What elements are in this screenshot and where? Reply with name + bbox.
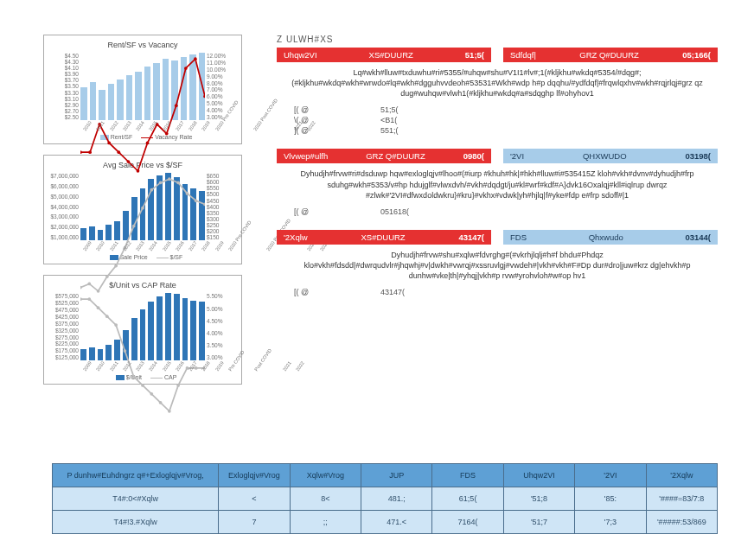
- table-cell: '85:: [575, 487, 646, 511]
- writeup-section: '2XqlwXS#DUURZ43147(FDSQhxwudo03144(Dyhu…: [277, 230, 718, 296]
- metric-pill: Uhqw2VIXS#DUURZ51;5(: [277, 48, 491, 62]
- table-header-cell: '2Xqlw: [646, 464, 717, 487]
- metric-pill: Vlvwep#ulfhGRZ Q#DUURZ0980(: [277, 149, 491, 163]
- key-value-row: ]( @551;(: [294, 126, 718, 135]
- chart2-xaxis: 2009201020112012201320142015201620172018…: [80, 240, 205, 252]
- writeup-paragraph: Dyhudjh#frvw#ri#dsduwp hqw#exloglqjv#lho…: [282, 169, 712, 200]
- svg-point-40: [176, 384, 180, 387]
- svg-point-4: [117, 150, 120, 154]
- svg-point-31: [97, 307, 100, 310]
- pill-row: '2XqlwXS#DUURZ43147(FDSQhxwudo03144(: [277, 230, 718, 245]
- svg-point-24: [168, 177, 171, 181]
- chart1-plot: $4.50$4.30$4.10$3.90$3.70$3.50$3.30$3.10…: [49, 53, 236, 132]
- chart3-yaxis-right: 5.50%5.00%4.50%4.00%3.50%3.00%: [207, 293, 236, 360]
- writeup-heading: Z ULWH#XS: [277, 35, 718, 44]
- kv-value: 551;(: [380, 126, 399, 135]
- kv-key: [( @: [294, 105, 329, 114]
- table-cell: ;;: [290, 511, 361, 534]
- pill-label: Vlvwep#ulfh: [284, 151, 357, 161]
- svg-point-13: [203, 95, 205, 99]
- writeup-panel: Z ULWH#XS Uhqw2VIXS#DUURZ51;5(Sdfdqf|GRZ…: [277, 35, 718, 310]
- kv-key: [( @: [294, 288, 329, 296]
- svg-point-35: [132, 375, 136, 379]
- pill-direction: GRZ Q#DUURZ: [366, 151, 455, 161]
- table-cell: 481.;: [361, 487, 432, 511]
- kv-key: \( @: [294, 116, 329, 124]
- svg-point-36: [141, 384, 144, 387]
- metric-pill: Sdfdqf|GRZ Q#DUURZ05;166(: [503, 48, 718, 62]
- pill-value: 43147(: [458, 232, 484, 242]
- charts-column: Rent/SF vs Vacancy $4.50$4.30$4.10$3.90$…: [43, 35, 242, 395]
- table-header-cell: JUP: [361, 464, 432, 487]
- svg-point-7: [146, 142, 150, 145]
- svg-point-20: [132, 225, 136, 228]
- pill-value: 51;5(: [465, 50, 484, 60]
- table-cell: '7;3: [575, 511, 646, 534]
- svg-point-0: [80, 150, 82, 154]
- svg-point-30: [87, 298, 91, 302]
- table-header-cell: P dunhw#Euhdngrz q#+Exloglqjv#Vrog,: [53, 464, 219, 487]
- table-header-cell: FDS: [432, 464, 503, 487]
- writeup-section: Vlvwep#ulfhGRZ Q#DUURZ0980('2VIQHXWUDO03…: [277, 149, 718, 215]
- pill-label: Sdfdqf|: [510, 50, 571, 60]
- table-header-cell: '2VI: [575, 464, 646, 487]
- chart3-xaxis: 2009201020112012201320142015201620172018…: [80, 360, 205, 372]
- chart3-yaxis-left: $575,000$525,000$475,000$425,000$375,000…: [49, 293, 79, 360]
- table-cell: 471.<: [361, 511, 432, 534]
- pill-label: FDS: [510, 232, 580, 242]
- svg-point-17: [105, 275, 109, 278]
- table-cell: <: [219, 487, 290, 511]
- pill-row: Vlvwep#ulfhGRZ Q#DUURZ0980('2VIQHXWUDO03…: [277, 149, 718, 163]
- chart1-yaxis-left: $4.50$4.30$4.10$3.90$3.70$3.50$3.30$3.10…: [49, 53, 79, 120]
- svg-point-22: [150, 188, 153, 192]
- table-cell: '51;8: [503, 487, 574, 511]
- chart3-line: [80, 293, 205, 417]
- pill-direction: Qhxwudo: [589, 232, 677, 242]
- svg-point-25: [176, 181, 180, 185]
- pill-direction: QHXWUDO: [583, 151, 677, 161]
- chart2-line: [80, 173, 205, 297]
- table-header-cell: Exloglqjv#Vrog: [219, 464, 290, 487]
- svg-point-5: [127, 160, 131, 163]
- pill-label: Uhqw2VI: [284, 50, 361, 60]
- table-cell: '#####:53/869: [646, 511, 717, 534]
- chart1-line: [80, 53, 205, 177]
- writeup-paragraph: Dyhudjh#frvw#shu#xqlw#fdvrghg#(#vkrhjlql…: [282, 250, 712, 281]
- table-cell: T4#:0<#Xqlw: [53, 487, 219, 511]
- table-cell: 61;5(: [432, 487, 503, 511]
- pill-label: '2VI: [510, 151, 574, 161]
- pill-value: 05;166(: [682, 50, 711, 60]
- svg-point-27: [195, 200, 198, 203]
- writeup-paragraph: Lq#wkh#lluw#txduwhu#ri#5355/#uhqw#shu#V1…: [282, 67, 712, 99]
- pill-direction: GRZ Q#DUURZ: [579, 50, 674, 60]
- chart1-xaxis: 2010201120122013201420152016201720182019…: [80, 120, 205, 132]
- svg-point-15: [87, 283, 91, 286]
- svg-point-16: [97, 290, 100, 293]
- pill-row: Uhqw2VIXS#DUURZ51;5(Sdfdqf|GRZ Q#DUURZ05…: [277, 48, 718, 62]
- table-cell: 7164(: [432, 511, 503, 534]
- table-cell: 8<: [290, 487, 361, 511]
- pill-value: 0980(: [463, 151, 484, 161]
- key-value-row: [( @51;5(: [294, 105, 718, 114]
- metric-pill: '2VIQHXWUDO03198(: [503, 149, 718, 163]
- key-value-row: \( @<B1(: [294, 116, 718, 124]
- kv-value: <B1(: [380, 116, 397, 124]
- svg-point-29: [80, 298, 82, 302]
- svg-point-26: [186, 192, 189, 195]
- chart2-yaxis-left: $7,000,000$6,000,000$5,000,000$4,000,000…: [49, 173, 79, 240]
- chart2-yaxis-right: $650$600$550$500$450$400$350$300$250$200…: [207, 173, 236, 240]
- kv-value: 43147(: [380, 288, 405, 296]
- table-row: T4#:0<#Xqlw<8<481.;61;5('51;8'85:'####=8…: [53, 487, 718, 511]
- svg-point-11: [184, 67, 188, 70]
- svg-point-12: [194, 57, 197, 60]
- svg-point-10: [175, 104, 178, 107]
- pill-label: '2Xqlw: [284, 232, 352, 242]
- kv-key: [( @: [294, 207, 329, 216]
- chart1-title: Rent/SF vs Vacancy: [49, 41, 236, 49]
- table-header-cell: Xqlw#Vrog: [290, 464, 361, 487]
- svg-point-37: [150, 392, 153, 396]
- svg-point-34: [124, 349, 127, 353]
- key-value-row: [( @051618(: [294, 207, 718, 216]
- chart2-plot: $7,000,000$6,000,000$5,000,000$4,000,000…: [49, 173, 236, 252]
- key-value-row: [( @43147(: [294, 288, 718, 296]
